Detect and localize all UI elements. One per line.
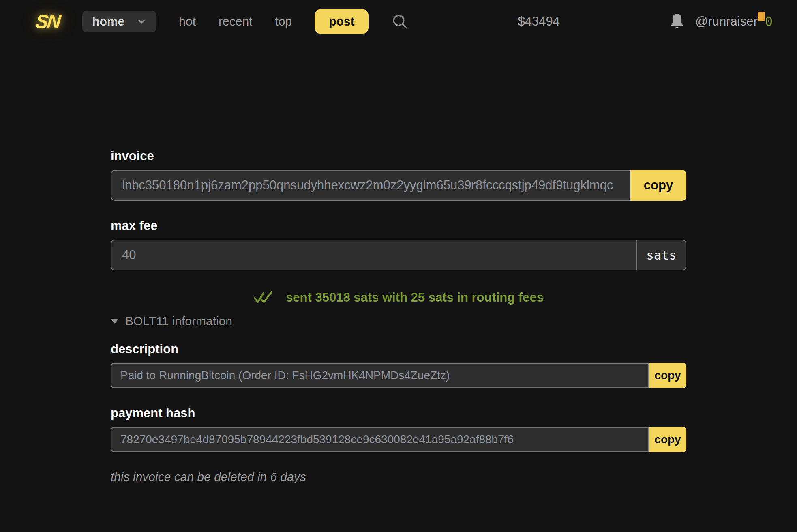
invoice-page: invoice copy max fee sats sent 35018 sat… [111,149,686,484]
description-input[interactable] [111,363,649,388]
post-button[interactable]: post [315,9,369,34]
username-label: @runraiser [695,13,758,30]
navbar-left: SN home hot recent top post [36,9,408,34]
bell-icon[interactable] [669,13,685,30]
payment-hash-input-group: copy [111,427,686,452]
delete-note: this invoice can be deleted in 6 days [111,470,686,484]
max-fee-label: max fee [111,219,686,233]
nav-link-recent[interactable]: recent [219,15,252,28]
home-dropdown-label: home [92,15,124,28]
chevron-down-icon [137,17,146,26]
caret-down-icon [111,319,119,324]
double-check-icon [253,290,273,305]
sats-suffix: sats [637,240,686,270]
payment-hash-input[interactable] [111,427,649,452]
sn-logo[interactable]: SN [34,10,61,32]
description-label: description [111,342,686,356]
invoice-input[interactable] [111,170,630,201]
home-dropdown[interactable]: home [82,11,156,32]
max-fee-input[interactable] [111,240,637,270]
max-fee-field-group: max fee sats [111,219,686,270]
bolt11-info-label: BOLT11 information [125,314,232,328]
description-copy-button[interactable]: copy [649,363,686,388]
navbar: SN home hot recent top post $43494 @runr… [0,0,797,43]
search-icon[interactable] [391,13,408,30]
payment-hash-label: payment hash [111,406,686,420]
payment-success-status: sent 35018 sats with 25 sats in routing … [111,288,686,307]
price-ticker[interactable]: $43494 [518,14,559,29]
navbar-right: @runraiser 0 [669,13,773,30]
invoice-input-group: copy [111,170,686,201]
description-input-group: copy [111,363,686,388]
payment-hash-copy-button[interactable]: copy [649,427,686,452]
user-menu[interactable]: @runraiser 0 [695,13,773,30]
invoice-field-group: invoice copy [111,149,686,201]
nav-link-hot[interactable]: hot [179,15,196,28]
nav-link-top[interactable]: top [275,15,292,28]
sats-balance: 0 [765,13,773,30]
notification-badge [758,12,765,21]
description-field-group: description copy [111,342,686,388]
max-fee-input-group: sats [111,240,686,270]
bolt11-info-toggle[interactable]: BOLT11 information [111,314,232,328]
payment-hash-field-group: payment hash copy [111,406,686,452]
status-message: sent 35018 sats with 25 sats in routing … [286,290,544,305]
invoice-label: invoice [111,149,686,163]
invoice-copy-button[interactable]: copy [630,170,686,201]
